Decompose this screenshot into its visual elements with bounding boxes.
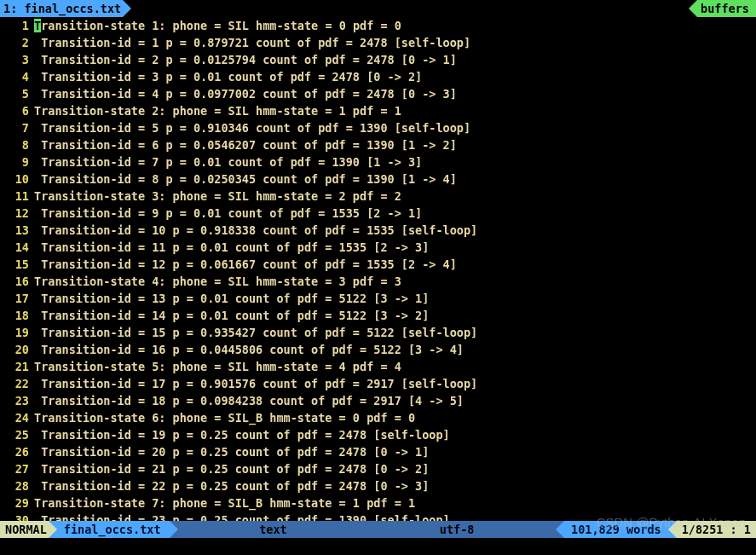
line-number: 30: [0, 512, 34, 521]
editor-line[interactable]: 9 Transition-id = 7 p = 0.01 count of pd…: [0, 153, 756, 171]
line-number: 23: [0, 392, 34, 409]
line-content: Transition-id = 10 p = 0.918338 count of…: [34, 222, 756, 239]
line-content: Transition-id = 20 p = 0.25 count of pdf…: [34, 443, 756, 460]
line-number: 19: [0, 324, 34, 341]
line-number: 4: [0, 68, 34, 85]
editor-line[interactable]: 4 Transition-id = 3 p = 0.01 count of pd…: [0, 68, 756, 85]
tab-separator-icon: [123, 0, 131, 17]
line-content: Transition-id = 7 p = 0.01 count of pdf …: [34, 153, 756, 171]
line-number: 5: [0, 85, 34, 102]
line-number: 28: [0, 477, 34, 494]
line-content: Transition-state 6: phone = SIL_B hmm-st…: [34, 409, 756, 426]
line-content: Transition-id = 1 p = 0.879721 count of …: [34, 34, 756, 51]
line-content: Transition-id = 9 p = 0.01 count of pdf …: [34, 205, 756, 222]
editor-line[interactable]: 28 Transition-id = 22 p = 0.25 count of …: [0, 477, 756, 494]
editor-line[interactable]: 23 Transition-id = 18 p = 0.0984238 coun…: [0, 392, 756, 409]
line-number: 29: [0, 494, 34, 512]
editor-line[interactable]: 22 Transition-id = 17 p = 0.901576 count…: [0, 375, 756, 392]
editor-line[interactable]: 29Transition-state 7: phone = SIL_B hmm-…: [0, 494, 756, 512]
line-number: 10: [0, 171, 34, 188]
statusline-sep-icon: [170, 521, 178, 538]
editor-line[interactable]: 14 Transition-id = 11 p = 0.01 count of …: [0, 239, 756, 256]
editor-line[interactable]: 5 Transition-id = 4 p = 0.0977002 count …: [0, 85, 756, 102]
line-content: Transition-id = 16 p = 0.0445806 count o…: [34, 341, 756, 358]
editor-line[interactable]: 3 Transition-id = 2 p = 0.0125794 count …: [0, 51, 756, 68]
line-content: Transition-id = 2 p = 0.0125794 count of…: [34, 51, 756, 68]
line-content: Transition-state 7: phone = SIL_B hmm-st…: [34, 494, 756, 512]
line-content: Transition-id = 22 p = 0.25 count of pdf…: [34, 477, 756, 494]
editor-line[interactable]: 26 Transition-id = 20 p = 0.25 count of …: [0, 443, 756, 460]
line-content: Transition-state 2: phone = SIL hmm-stat…: [34, 102, 756, 119]
editor-line[interactable]: 17 Transition-id = 13 p = 0.01 count of …: [0, 290, 756, 307]
editor-line[interactable]: 1Transition-state 1: phone = SIL hmm-sta…: [0, 17, 756, 34]
line-number: 16: [0, 273, 34, 290]
editor-line[interactable]: 8 Transition-id = 6 p = 0.0546207 count …: [0, 136, 756, 153]
editor-line[interactable]: 6Transition-state 2: phone = SIL hmm-sta…: [0, 102, 756, 119]
top-bar-spacer: [131, 0, 689, 17]
editor-line[interactable]: 19 Transition-id = 15 p = 0.935427 count…: [0, 324, 756, 341]
line-number: 17: [0, 290, 34, 307]
line-content: Transition-id = 23 p = 0.25 count of pdf…: [34, 512, 756, 521]
top-bar: 1: final_occs.txt buffers: [0, 0, 756, 17]
line-content: Transition-id = 13 p = 0.01 count of pdf…: [34, 290, 756, 307]
line-content: Transition-id = 19 p = 0.25 count of pdf…: [34, 426, 756, 443]
line-number: 7: [0, 119, 34, 136]
line-number: 20: [0, 341, 34, 358]
line-content: Transition-id = 6 p = 0.0546207 count of…: [34, 136, 756, 153]
editor-line[interactable]: 30 Transition-id = 23 p = 0.25 count of …: [0, 512, 756, 521]
line-content: Transition-state 4: phone = SIL hmm-stat…: [34, 273, 756, 290]
line-number: 26: [0, 443, 34, 460]
line-number: 14: [0, 239, 34, 256]
line-number: 2: [0, 34, 34, 51]
editor-line[interactable]: 11Transition-state 3: phone = SIL hmm-st…: [0, 188, 756, 205]
editor-line[interactable]: 27 Transition-id = 21 p = 0.25 count of …: [0, 460, 756, 477]
line-number: 1: [0, 17, 34, 34]
status-encoding: utf-8: [440, 521, 475, 538]
editor-line[interactable]: 10 Transition-id = 8 p = 0.0250345 count…: [0, 171, 756, 188]
line-content: Transition-state 5: phone = SIL hmm-stat…: [34, 358, 756, 375]
line-content: Transition-id = 18 p = 0.0984238 count o…: [34, 392, 756, 409]
editor-line[interactable]: 7 Transition-id = 5 p = 0.910346 count o…: [0, 119, 756, 136]
editor-line[interactable]: 25 Transition-id = 19 p = 0.25 count of …: [0, 426, 756, 443]
status-line: NORMAL final_occs.txt text utf-8 101,829…: [0, 521, 756, 538]
line-content: Transition-state 1: phone = SIL hmm-stat…: [34, 17, 756, 34]
editor-line[interactable]: 18 Transition-id = 14 p = 0.01 count of …: [0, 307, 756, 324]
buffers-button[interactable]: buffers: [697, 0, 756, 17]
line-content: Transition-id = 14 p = 0.01 count of pdf…: [34, 307, 756, 324]
line-number: 9: [0, 153, 34, 171]
cursor: T: [34, 19, 41, 32]
line-content: Transition-id = 3 p = 0.01 count of pdf …: [34, 68, 756, 85]
line-number: 18: [0, 307, 34, 324]
buffers-separator-icon: [689, 0, 697, 17]
editor-line[interactable]: 24Transition-state 6: phone = SIL_B hmm-…: [0, 409, 756, 426]
line-content: Transition-id = 11 p = 0.01 count of pdf…: [34, 239, 756, 256]
line-number: 6: [0, 102, 34, 119]
status-middle: text utf-8: [178, 521, 556, 538]
editor-line[interactable]: 12 Transition-id = 9 p = 0.01 count of p…: [0, 205, 756, 222]
line-number: 24: [0, 409, 34, 426]
line-number: 22: [0, 375, 34, 392]
line-number: 11: [0, 188, 34, 205]
editor-line[interactable]: 20 Transition-id = 16 p = 0.0445806 coun…: [0, 341, 756, 358]
status-wordcount: 101,829 words: [564, 521, 668, 538]
editor-line[interactable]: 15 Transition-id = 12 p = 0.061667 count…: [0, 256, 756, 273]
status-filename: final_occs.txt: [57, 521, 170, 538]
editor-line[interactable]: 2 Transition-id = 1 p = 0.879721 count o…: [0, 34, 756, 51]
statusline-sep-icon: [49, 521, 57, 538]
line-content: Transition-state 3: phone = SIL hmm-stat…: [34, 188, 756, 205]
line-content: Transition-id = 15 p = 0.935427 count of…: [34, 324, 756, 341]
editor-line[interactable]: 13 Transition-id = 10 p = 0.918338 count…: [0, 222, 756, 239]
line-content: Transition-id = 17 p = 0.901576 count of…: [34, 375, 756, 392]
statusline-sep-icon: [668, 521, 677, 538]
editor-line[interactable]: 16Transition-state 4: phone = SIL hmm-st…: [0, 273, 756, 290]
status-position: 1/8251 : 1: [677, 521, 756, 538]
buffer-tab[interactable]: 1: final_occs.txt: [0, 0, 123, 17]
editor-line[interactable]: 21Transition-state 5: phone = SIL hmm-st…: [0, 358, 756, 375]
line-number: 15: [0, 256, 34, 273]
mode-indicator: NORMAL: [0, 521, 49, 538]
line-number: 27: [0, 460, 34, 477]
line-content: Transition-id = 4 p = 0.0977002 count of…: [34, 85, 756, 102]
line-number: 12: [0, 205, 34, 222]
line-number: 21: [0, 358, 34, 375]
editor-viewport[interactable]: 1Transition-state 1: phone = SIL hmm-sta…: [0, 17, 756, 521]
